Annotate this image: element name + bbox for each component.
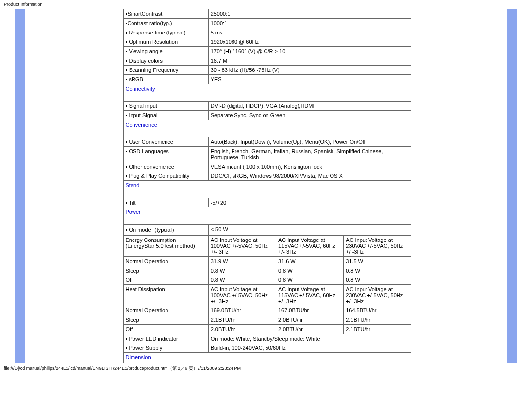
section-header: Convenience [123,120,411,137]
spec-label: • Response time (typical) [123,28,208,37]
spec-value: 2.1BTU/hr [344,325,411,334]
spec-value: 167.0BTU/hr [276,306,343,315]
spec-label: • Optimum Resolution [123,37,208,47]
spec-value: 0.8 W [344,275,411,285]
spec-value: 164.5BTU/hr [344,306,411,315]
table-row: • Power LED indicatorOn mode: White, Sta… [123,334,411,343]
spec-label: Sleep [123,315,208,325]
table-row: • Other convenienceVESA mount ( 100 x 10… [123,162,411,171]
spec-table: •SmartContrast25000:1 •Contrast ratio(ty… [123,9,412,363]
table-row: • Scanning Frequency30 - 83 kHz (H)/56 -… [123,66,411,75]
spec-value: 1000:1 [208,19,411,28]
spec-value: AC Input Voltage at 115VAC +/-5VAC, 60Hz… [276,285,343,306]
section-header: Stand [123,181,411,198]
table-row: • User ConvenienceAuto(Back), Input(Down… [123,137,411,147]
section-header: Dimension [123,353,411,363]
table-row: Energy Consumption (EnergyStar 5.0 test … [123,236,411,257]
section-header-row: Power [123,207,411,225]
table-row: • Response time (typical)5 ms [123,28,411,37]
table-row: • Input SignalSeparate Sync, Sync on Gre… [123,111,411,120]
spec-label: Off [123,325,208,334]
spec-value: VESA mount ( 100 x 100mm), Kensington lo… [208,162,411,171]
spec-value: Auto(Back), Input(Down), Volume(Up), Men… [208,137,411,147]
spec-label: • Plug & Play Compatibility [123,171,208,181]
spec-label: • sRGB [123,75,208,84]
spec-label: Normal Operation [123,257,208,266]
spec-value: 0.8 W [344,266,411,275]
spec-value: AC Input Voltage at 100VAC +/-5VAC, 50Hz… [208,236,276,257]
right-sidebar [507,9,517,363]
section-header-row: Convenience [123,120,411,137]
spec-label: • Power Supply [123,343,208,353]
spec-value: 0.8 W [276,266,343,275]
spec-label: • On mode（typcial） [123,225,208,236]
spec-value: 2.1BTU/hr [208,315,276,325]
page-header: Product Information [0,0,532,9]
spec-label: • Tilt [123,198,208,207]
spec-label: • Viewing angle [123,47,208,56]
spec-value: 31.5 W [344,257,411,266]
spec-value: 2.0BTU/hr [276,325,343,334]
page-footer: file:///D|/cd manual/philips/244E1/lcd/m… [0,363,532,374]
table-row: • sRGB YES [123,75,411,84]
spec-label: • Scanning Frequency [123,66,208,75]
table-row: • Viewing angle170° (H) / 160° (V) @ C/R… [123,47,411,56]
spec-value: Build-in, 100-240VAC, 50/60Hz [208,343,411,353]
spec-value: On mode: White, Standby/Sleep mode: Whit… [208,334,411,343]
table-row: • On mode（typcial）< 50 W [123,225,411,236]
section-header: Connectivity [123,84,411,102]
table-row: • Power SupplyBuild-in, 100-240VAC, 50/6… [123,343,411,353]
table-row: •Contrast ratio(typ.)1000:1 [123,19,411,28]
spec-label: Heat Dissipation* [123,285,208,306]
spec-value: YES [208,75,411,84]
table-row: • Display colors16.7 M [123,56,411,66]
section-header-row: Stand [123,181,411,198]
spec-label: • Signal input [123,102,208,111]
spec-value: 0.8 W [276,275,343,285]
section-header-row: Dimension [123,353,411,363]
spec-value: 0.8 W [208,266,276,275]
table-row: Normal Operation 169.0BTU/hr 167.0BTU/hr… [123,306,411,315]
spec-value: 170° (H) / 160° (V) @ C/R > 10 [208,47,411,56]
spec-value: < 50 W [208,225,411,236]
spec-value: 2.1BTU/hr [344,315,411,325]
spec-label: • OSD Languages [123,147,208,162]
spec-value: 30 - 83 kHz (H)/56 -75Hz (V) [208,66,411,75]
spec-label: Energy Consumption (EnergyStar 5.0 test … [123,236,208,257]
spec-value: DVI-D (digital, HDCP), VGA (Analog),HDMI [208,102,411,111]
spec-value: -5/+20 [208,198,411,207]
spec-value: AC Input Voltage at 100VAC +/-5VAC, 50Hz… [208,285,276,306]
section-header: Power [123,207,411,225]
spec-value: English, French, German, Italian, Russia… [208,147,411,162]
spec-value: 2.0BTU/hr [208,325,276,334]
table-row: Off 2.0BTU/hr 2.0BTU/hr 2.1BTU/hr [123,325,411,334]
spec-label: • Input Signal [123,111,208,120]
spec-value: Separate Sync, Sync on Green [208,111,411,120]
spec-value: AC Input Voltage at 115VAC +/-5VAC, 60Hz… [276,236,343,257]
spec-value: 31.6 W [276,257,343,266]
table-row: Off 0.8 W 0.8 W 0.8 W [123,275,411,285]
spec-value: 16.7 M [208,56,411,66]
content-wrap: •SmartContrast25000:1 •Contrast ratio(ty… [0,9,532,363]
table-row: Heat Dissipation* AC Input Voltage at 10… [123,285,411,306]
spec-label: Off [123,275,208,285]
spec-label: •Contrast ratio(typ.) [123,19,208,28]
table-row: • Tilt-5/+20 [123,198,411,207]
table-row: Normal Operation 31.9 W 31.6 W 31.5 W [123,257,411,266]
spec-value: 5 ms [208,28,411,37]
spec-value: AC Input Voltage at 230VAC +/-5VAC, 50Hz… [344,236,411,257]
spec-value: 2.0BTU/hr [276,315,343,325]
table-row: • OSD LanguagesEnglish, French, German, … [123,147,411,162]
spec-label: Sleep [123,266,208,275]
table-row: • Plug & Play CompatibilityDDC/CI, sRGB,… [123,171,411,181]
table-row: •SmartContrast25000:1 [123,9,411,19]
spec-label: • Other convenience [123,162,208,171]
spec-value: DDC/CI, sRGB, Windows 98/2000/XP/Vista, … [208,171,411,181]
spec-value: AC Input Voltage at 230VAC +/-5VAC, 50Hz… [344,285,411,306]
table-row: Sleep 2.1BTU/hr 2.0BTU/hr 2.1BTU/hr [123,315,411,325]
spec-value: 0.8 W [208,275,276,285]
spec-label: •SmartContrast [123,9,208,19]
section-header-row: Connectivity [123,84,411,102]
table-row: • Optimum Resolution1920x1080 @ 60Hz [123,37,411,47]
spec-label: Normal Operation [123,306,208,315]
